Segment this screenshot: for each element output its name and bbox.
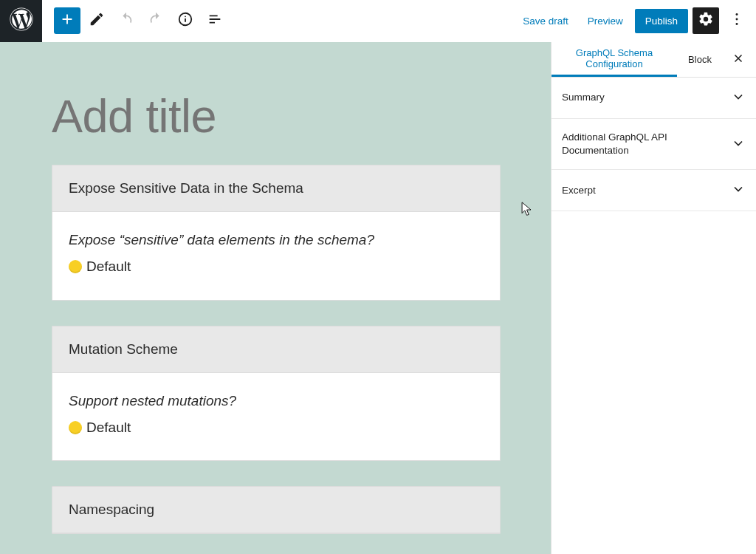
kebab-icon [729, 11, 745, 30]
pencil-icon [89, 11, 105, 30]
wp-home-button[interactable] [0, 0, 42, 42]
panel-excerpt[interactable]: Excerpt [551, 170, 756, 211]
tab-block[interactable]: Block [677, 42, 723, 77]
edit-tools-button[interactable] [83, 7, 110, 34]
schema-block-expose-sensitive[interactable]: Expose Sensitive Data in the Schema Expo… [52, 165, 501, 301]
chevron-down-icon [731, 136, 746, 153]
undo-button[interactable] [113, 7, 140, 34]
post-title-input[interactable] [52, 60, 499, 165]
plus-icon [59, 11, 75, 30]
schema-block-mutation-scheme[interactable]: Mutation Scheme Support nested mutations… [52, 326, 501, 462]
document-info-button[interactable] [172, 7, 199, 34]
preview-link[interactable]: Preview [580, 10, 630, 33]
gear-icon [698, 11, 714, 30]
list-icon [207, 11, 223, 30]
card-header: Mutation Scheme [52, 326, 500, 373]
status-dot-icon [69, 421, 82, 434]
card-value: Default [86, 416, 131, 440]
schema-block-namespacing[interactable]: Namespacing [52, 486, 501, 534]
card-header: Expose Sensitive Data in the Schema [52, 165, 500, 212]
save-draft-link[interactable]: Save draft [515, 10, 576, 33]
chevron-down-icon [731, 182, 746, 199]
info-icon [177, 11, 193, 30]
more-options-button[interactable] [724, 7, 750, 34]
tab-graphql-schema-config[interactable]: GraphQL Schema Configuration [551, 42, 677, 77]
add-block-button[interactable] [54, 7, 80, 34]
settings-sidebar: GraphQL Schema Configuration Block Summa… [551, 42, 756, 554]
svg-point-4 [736, 13, 738, 16]
publish-button[interactable]: Publish [635, 9, 688, 33]
editor-canvas[interactable]: Expose Sensitive Data in the Schema Expo… [0, 42, 551, 554]
panel-title: Additional GraphQL API Documentation [562, 131, 702, 157]
close-sidebar-button[interactable] [723, 42, 754, 77]
card-header: Namespacing [52, 487, 500, 533]
svg-point-6 [736, 23, 738, 25]
card-prompt: Support nested mutations? [69, 389, 484, 413]
svg-point-3 [185, 16, 186, 17]
panel-title: Excerpt [562, 184, 596, 197]
chevron-down-icon [731, 89, 746, 106]
close-icon [732, 52, 745, 68]
status-dot-icon [69, 260, 82, 273]
redo-icon [148, 11, 164, 30]
undo-icon [118, 11, 134, 30]
wordpress-logo-icon [9, 7, 34, 35]
svg-point-5 [736, 18, 738, 21]
redo-button[interactable] [142, 7, 169, 34]
settings-button[interactable] [693, 7, 719, 34]
card-value: Default [86, 255, 131, 278]
panel-summary[interactable]: Summary [551, 78, 756, 119]
panel-title: Summary [562, 91, 605, 104]
card-prompt: Expose “sensitive” data elements in the … [69, 228, 484, 252]
panel-additional-docs[interactable]: Additional GraphQL API Documentation [551, 119, 756, 170]
document-outline-button[interactable] [202, 7, 228, 34]
